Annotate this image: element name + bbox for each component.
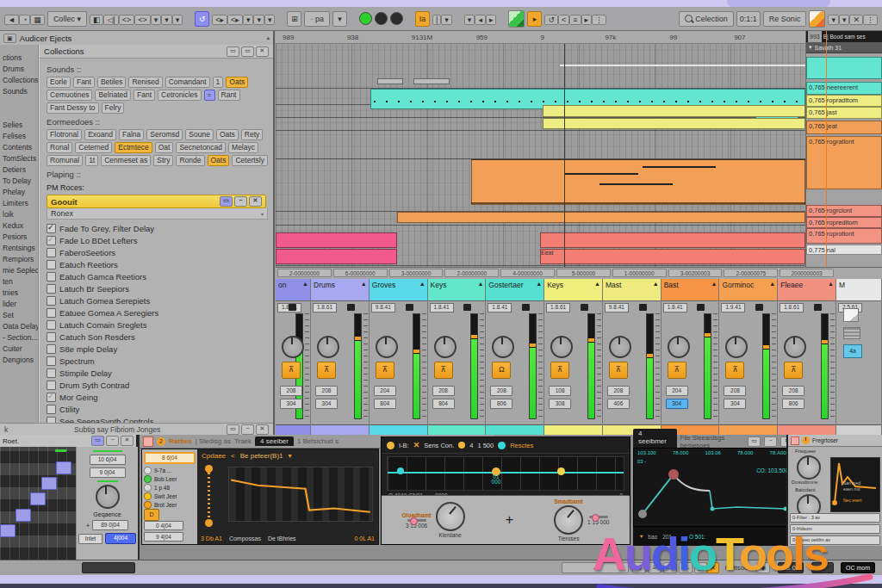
device-on-icon[interactable] [143,436,153,447]
midi-note[interactable] [30,492,46,505]
solo-button[interactable]: 208 [607,386,630,396]
back-arrow-button[interactable]: ← [562,562,629,573]
checklist-item[interactable]: Drum Syth Contrad [47,379,268,391]
clip[interactable] [471,159,805,205]
sidebar-item[interactable]: Phelay [0,186,38,197]
solo-button[interactable]: 208 [724,386,746,396]
offset-box[interactable]: 89 0|04 [92,520,128,530]
close-icon[interactable]: ✕ [256,424,269,435]
close-icon[interactable]: ✕ [256,46,269,57]
foot-value[interactable]: 201 [662,534,672,540]
sidebar-item[interactable]: lider [0,298,38,309]
master-title[interactable]: M [836,279,881,301]
track-activator-button[interactable]: ⊼ [317,362,336,379]
clip-stop-slot[interactable]: 3-00200003 [668,269,723,277]
checkbox[interactable] [47,356,56,366]
tag-chip[interactable]: 1 [213,77,224,88]
track-title[interactable]: Bast▲ [662,279,719,301]
tempo-caret[interactable]: ▾ [332,11,347,27]
pan-knob[interactable] [376,336,398,358]
timeline-ruler[interactable]: 9899389131M959997k99907 [276,31,805,44]
checkbox[interactable] [47,368,56,378]
minimize-icon[interactable]: ▭ [748,436,761,447]
search-box[interactable]: Celection [679,11,734,27]
track-activator-button[interactable]: ⊼ [609,362,628,379]
clip-stop-slot[interactable]: 1-00000000 [612,269,667,277]
tag-chip[interactable]: Eorle [47,77,71,88]
sidebar-item[interactable]: TomSlects [0,152,38,164]
clip-stop-slot[interactable]: 5-000000 [556,269,611,277]
quantize-dropdown[interactable]: Re Sonic [763,11,807,27]
solo-button[interactable]: 208 [280,386,302,396]
follow-button[interactable]: ▸ [527,11,542,27]
misc-toolbar-button[interactable]: ▾ [839,15,850,25]
loop-button[interactable]: Ia [415,11,430,27]
device-number-icon[interactable]: 2 [157,437,165,446]
clip[interactable] [377,78,403,84]
document-icon[interactable] [843,308,859,322]
arrow-button[interactable]: ▸ [486,15,497,25]
track-activator-button[interactable]: ⊼ [376,362,394,379]
tag-chip[interactable]: Cetronicles [158,90,202,101]
more-icon[interactable]: − [234,196,247,207]
param-box[interactable]: 9 4|04 [144,532,183,542]
edit-tool-button[interactable]: ▾ [161,15,172,25]
sidebar-item[interactable]: Collections [0,74,38,85]
edit-tool-button[interactable]: ▾ [172,15,183,25]
draw-mode-button[interactable]: ↺ [195,11,209,27]
checklist-item[interactable]: Latuch Gomea Serepiets [47,294,268,306]
track-header[interactable]: 0,765 rogrclont [806,205,882,217]
tag-chip[interactable]: Fant Dessy to [47,102,98,114]
tag-chip[interactable]: Ceterned [75,142,112,153]
tag-chip[interactable]: Oats [216,129,239,140]
track-title[interactable]: Gostertaer▲ [486,279,543,301]
checklist-item[interactable]: Fade Lo BDet Lefters [47,234,268,246]
tag-chip[interactable]: Romunal [47,155,83,166]
checkbox[interactable] [47,308,56,318]
pan-knob[interactable] [668,336,690,358]
prev-preset-icon[interactable]: < [231,452,235,460]
preset-caret-icon[interactable]: ▾ [289,452,292,460]
edit-tool-button[interactable]: ◁| [103,15,118,25]
track-title[interactable]: Fleaee▲ [778,279,835,301]
tag-chip[interactable]: = [204,90,215,101]
misc-toolbar-button[interactable]: ✕ [849,15,863,25]
restore-icon[interactable]: − [764,436,777,447]
clip[interactable] [543,118,805,129]
sidebar-item[interactable]: Rentsings [0,242,38,253]
clip-stop-slot[interactable]: 6-00000000 [333,269,388,277]
arm-button[interactable]: 304 [315,399,338,409]
sidebar-item[interactable]: Pesiors [0,231,38,242]
track-header[interactable]: 0,765 ropradttom [806,95,882,107]
selected-collection-row[interactable]: Goouit ▭ − ✕ [47,195,266,208]
end-marker[interactable] [557,467,565,475]
checklist-item[interactable]: Eatuee Gomea A Seregiers [47,306,268,319]
toolbar-icon[interactable]: ◄ [4,15,19,25]
zoom-control-button[interactable]: ↺ [632,562,646,573]
filter-param-box[interactable]: 0-frldsom [790,524,880,534]
arm-button[interactable]: 806 [490,399,512,409]
tag-chip[interactable]: Fant [73,77,95,88]
track-title[interactable]: on▲ [276,279,310,301]
clip-stop-slot[interactable]: 4-00000000 [500,269,555,277]
track-activator-button[interactable]: ⊼ [434,362,453,379]
tag-chip[interactable]: Cenmeset as [101,155,151,166]
tag-chip[interactable]: Oats [226,77,248,88]
clip[interactable] [276,249,397,264]
crossfader-icon[interactable] [843,327,860,339]
clip-start-box[interactable]: 10 6|04 [90,455,126,465]
io-box[interactable]: B 0 [778,562,804,573]
filter-param-box[interactable]: 0-Filter : 3 av [790,513,880,523]
checkbox[interactable] [47,284,56,294]
midi-note[interactable] [56,461,71,474]
oscillator-row[interactable]: Brot Jeer [144,500,196,509]
restore-icon[interactable]: − [241,424,254,435]
sidebar-item[interactable]: loik [0,208,38,220]
arm-button[interactable]: 304 [724,399,746,409]
checkbox[interactable] [47,320,56,330]
tag-chip[interactable]: Melayc [228,142,258,153]
tag-chip[interactable]: Stry [153,155,173,166]
filter-param-box[interactable]: 0-Rilveo oettlm av [790,535,880,545]
track-header[interactable]: 0,765 jeat [806,121,882,134]
solo-button[interactable]: 208 [315,386,338,396]
